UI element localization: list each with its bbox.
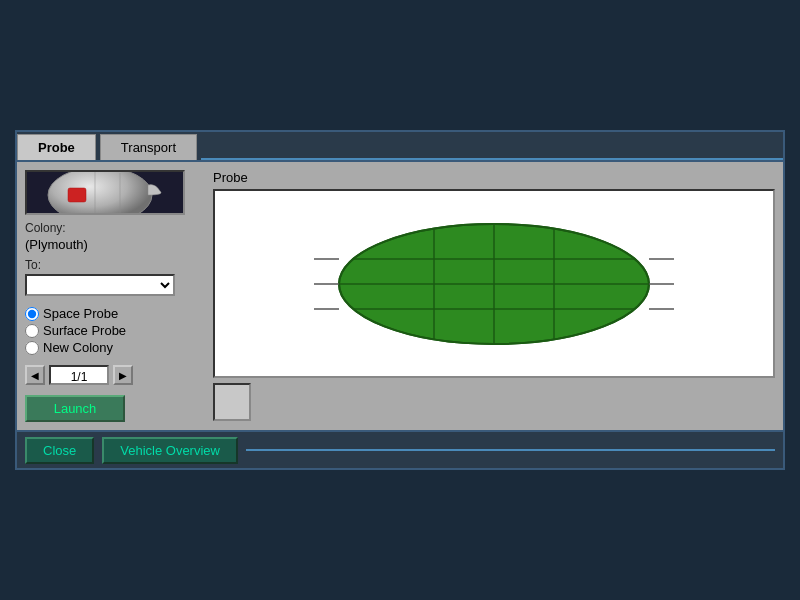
- colony-name: (Plymouth): [25, 237, 205, 252]
- tab-line: [201, 158, 783, 160]
- probe-display-title: Probe: [213, 170, 775, 185]
- nav-next-button[interactable]: ▶: [113, 365, 133, 385]
- tab-transport[interactable]: Transport: [100, 134, 197, 160]
- left-panel: Colony: (Plymouth) To: Space Probe Surfa…: [25, 170, 205, 422]
- bottom-bar: Close Vehicle Overview: [17, 430, 783, 468]
- radio-group: Space Probe Surface Probe New Colony: [25, 306, 205, 355]
- nav-display: 1/1: [49, 365, 109, 385]
- right-panel: Probe: [213, 170, 775, 422]
- colony-section: Colony: (Plymouth) To:: [25, 221, 205, 296]
- main-content: Colony: (Plymouth) To: Space Probe Surfa…: [17, 162, 783, 430]
- probe-thumbnail: [213, 383, 251, 421]
- bottom-line: [246, 449, 775, 451]
- probe-svg: [40, 170, 170, 215]
- probe-image: [25, 170, 185, 215]
- vehicle-overview-button[interactable]: Vehicle Overview: [102, 437, 238, 464]
- main-window: Probe Transport: [15, 130, 785, 470]
- probe-display-area: [213, 189, 775, 378]
- launch-button[interactable]: Launch: [25, 395, 125, 422]
- tab-probe[interactable]: Probe: [17, 134, 96, 160]
- probe-info-row: [213, 382, 775, 422]
- to-dropdown[interactable]: [25, 274, 175, 296]
- colony-label: Colony:: [25, 221, 205, 235]
- svg-rect-1: [68, 188, 86, 202]
- tab-bar: Probe Transport: [17, 132, 783, 162]
- probe-display-svg: [314, 204, 674, 364]
- radio-new-colony[interactable]: New Colony: [25, 340, 205, 355]
- radio-surface-probe[interactable]: Surface Probe: [25, 323, 205, 338]
- radio-space-probe[interactable]: Space Probe: [25, 306, 205, 321]
- close-button[interactable]: Close: [25, 437, 94, 464]
- svg-point-0: [48, 170, 152, 215]
- nav-prev-button[interactable]: ◀: [25, 365, 45, 385]
- navigator-row: ◀ 1/1 ▶: [25, 365, 205, 385]
- to-label: To:: [25, 258, 205, 272]
